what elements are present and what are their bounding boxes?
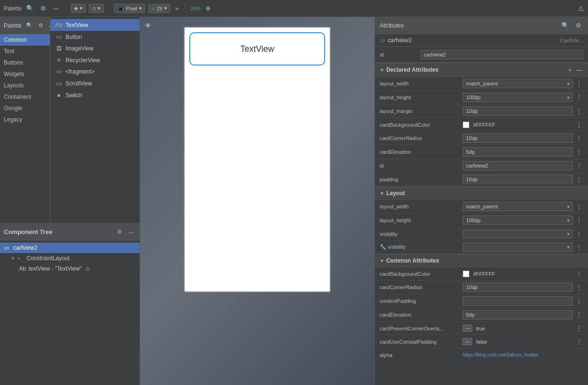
palette-item-common[interactable]: Common xyxy=(0,34,50,46)
more-btn-ce[interactable]: ⋮ xyxy=(575,148,583,156)
padding-input[interactable] xyxy=(463,175,573,184)
palette-header: Palette 🔍 ⚙ — xyxy=(0,17,50,34)
minimize-btn[interactable]: — xyxy=(51,4,61,13)
more-btn-id[interactable]: ⋮ xyxy=(575,162,583,169)
more-btn-lm[interactable]: ⋮ xyxy=(575,107,583,115)
palette-search-btn[interactable]: 🔍 xyxy=(24,21,35,29)
palette-label: Palette xyxy=(4,5,21,12)
palette-item-containers[interactable]: Containers xyxy=(0,91,50,103)
comp-item-switch[interactable]: ● Switch xyxy=(50,89,140,101)
layout-dropdown[interactable]: ◈▾ xyxy=(71,4,86,13)
tree-settings-btn[interactable]: ⚙ xyxy=(115,228,124,236)
device-dropdown[interactable]: 📱 Pixel▾ xyxy=(114,4,145,13)
common-attrs-title: Common Attributes xyxy=(386,257,439,264)
add-attr-btn[interactable]: + xyxy=(567,66,573,74)
attr-layout-height2-label: layout_height xyxy=(380,217,463,223)
attr-layout-height: layout_height 100dp ▾ ⋮ xyxy=(375,91,588,104)
more-btn-ccr2[interactable]: ⋮ xyxy=(575,283,583,291)
more-btn-p[interactable]: ⋮ xyxy=(575,176,583,183)
more-btn-lh[interactable]: ⋮ xyxy=(575,94,583,101)
more-btn-visw[interactable]: ⋮ xyxy=(575,244,583,251)
fragment-icon: <> xyxy=(55,69,63,75)
id-input[interactable] xyxy=(420,50,583,59)
more-btn-vis[interactable]: ⋮ xyxy=(575,230,583,238)
layout-height2-dropdown[interactable]: 100dp ▾ xyxy=(463,216,573,225)
more-btn-cp[interactable]: ⋮ xyxy=(575,297,583,305)
dropdown-arrow4: ▾ xyxy=(567,218,569,223)
palette-item-layouts[interactable]: Layouts xyxy=(0,80,50,91)
more-btn-pco[interactable]: ⋮ xyxy=(575,325,583,332)
attr-card-bg-color2-label: cardBackgroundColor xyxy=(380,271,463,277)
card-corner-radius-input[interactable] xyxy=(463,133,573,143)
design-dropdown[interactable]: ◇▾ xyxy=(89,4,104,13)
palette-item-legacy[interactable]: Legacy xyxy=(0,114,50,125)
comp-item-imageview[interactable]: 🖼 ImageView xyxy=(50,43,140,54)
more-btn-cbg[interactable]: ⋮ xyxy=(575,121,583,129)
dropdown-arrow5: ▾ xyxy=(567,231,569,236)
attr-padding-value: ⋮ xyxy=(463,175,583,184)
palette-panel: Palette 🔍 ⚙ — Common Text Buttons Widget… xyxy=(0,17,50,223)
comp-item-scrollview[interactable]: ▭ ScrollView xyxy=(50,77,140,89)
palette-item-widgets[interactable]: Widgets xyxy=(0,68,50,80)
color-swatch-2[interactable] xyxy=(463,271,469,277)
attr-card-use-compat-label: cardUseCompatPadding xyxy=(380,339,463,345)
id-attr-input[interactable] xyxy=(463,161,573,170)
tree-minimize-btn[interactable]: — xyxy=(127,228,136,236)
attr-visibility-wrench: 🔧 visibility ▾ ⋮ xyxy=(375,241,588,254)
palette-settings-btn[interactable]: ⚙ xyxy=(37,21,45,29)
card-elevation-input[interactable] xyxy=(463,147,573,157)
more-btn-ucp[interactable]: ⋮ xyxy=(575,338,583,346)
card-corner-radius2-input[interactable] xyxy=(463,282,573,292)
attrs-settings-btn[interactable]: ⚙ xyxy=(574,21,583,30)
layout-width-dropdown[interactable]: match_parent ▾ xyxy=(463,79,573,88)
palette-item-text[interactable]: Text xyxy=(0,46,50,57)
more-btn[interactable]: » xyxy=(173,4,180,13)
palette-item-buttons[interactable]: Buttons xyxy=(0,57,50,68)
comp-item-button[interactable]: ▭ Button xyxy=(50,31,140,43)
layout-width2-dropdown[interactable]: match_parent ▾ xyxy=(463,202,573,211)
attr-card-elevation2-value: ⋮ xyxy=(463,310,583,319)
attr-id-label: id xyxy=(380,163,463,169)
attr-padding: padding ⋮ xyxy=(375,173,588,187)
layout-margin-input[interactable] xyxy=(463,106,573,116)
api-dropdown[interactable]: ≡ 29▾ xyxy=(148,4,170,13)
visibility-dropdown[interactable]: ▾ xyxy=(463,229,573,238)
attrs-id-row: id xyxy=(375,47,588,63)
tree-item-constraintlayout[interactable]: ▿ ⤷ ConstraintLayout xyxy=(0,253,140,263)
more-btn-ce2[interactable]: ⋮ xyxy=(575,311,583,319)
attrs-header: Attributes 🔍 ⚙ xyxy=(375,17,588,34)
attrs-search-btn[interactable]: 🔍 xyxy=(560,21,571,30)
prevent-corner-minus-btn[interactable]: — xyxy=(463,325,472,332)
attr-content-padding: contentPadding ⋮ xyxy=(375,294,588,308)
comp-item-fragment[interactable]: <> <fragment> xyxy=(50,66,140,77)
attr-card-prevent-corner: cardPreventCornerOverla... — true ⋮ xyxy=(375,322,588,335)
card-elevation2-input[interactable] xyxy=(463,310,573,319)
layout-section-header[interactable]: ▼ Layout xyxy=(375,187,588,200)
use-compat-minus-btn[interactable]: — xyxy=(463,338,472,345)
more-btn-lw[interactable]: ⋮ xyxy=(575,80,583,87)
attr-layout-margin-label: layout_margin xyxy=(380,108,463,114)
color-swatch-1[interactable] xyxy=(463,122,469,128)
tree-item-carfview2[interactable]: ▭ carfview2 xyxy=(0,243,140,253)
comp-item-textview[interactable]: Ab TextView xyxy=(50,19,140,31)
palette-item-google[interactable]: Google xyxy=(0,103,50,114)
design-icon: ◇ xyxy=(92,5,96,11)
remove-attr-btn[interactable]: — xyxy=(575,66,583,74)
layout-height-dropdown[interactable]: 100dp ▾ xyxy=(463,93,573,102)
common-attrs-header[interactable]: ▼ Common Attributes xyxy=(375,254,588,267)
tree-item-textview[interactable]: Ab textView - "TextView" ⚠ xyxy=(0,263,140,274)
comp-item-recyclerview[interactable]: ≡ RecyclerView xyxy=(50,54,140,66)
more-btn-lw2[interactable]: ⋮ xyxy=(575,203,583,210)
switch-label: Switch xyxy=(65,92,82,99)
more-btn-cbg2[interactable]: ⋮ xyxy=(575,270,583,278)
settings-btn[interactable]: ⚙ xyxy=(38,4,48,13)
visibility-wrench-dropdown[interactable]: ▾ xyxy=(463,243,573,252)
declared-attrs-header[interactable]: ▼ Declared Attributes + — xyxy=(375,63,588,77)
more-btn-ccr[interactable]: ⋮ xyxy=(575,134,583,142)
zoom-add-btn[interactable]: ⊕ xyxy=(204,4,213,13)
attr-layout-width-label: layout_width xyxy=(380,81,463,86)
eye-icon[interactable]: 👁 xyxy=(145,22,151,29)
more-btn-lh2[interactable]: ⋮ xyxy=(575,216,583,224)
search-btn[interactable]: 🔍 xyxy=(24,4,36,13)
content-padding-input[interactable] xyxy=(463,296,573,306)
